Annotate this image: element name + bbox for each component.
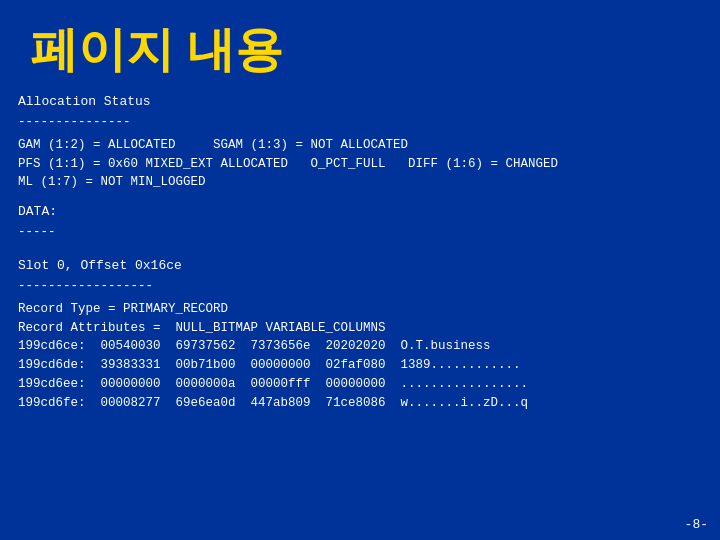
record-type-line: Record Type = PRIMARY_RECORD	[18, 300, 702, 319]
allocation-line1: GAM (1:2) = ALLOCATED SGAM (1:3) = NOT A…	[18, 136, 702, 155]
slot-divider: ------------------	[18, 277, 702, 296]
data-row-0: 199cd6ce: 00540030 69737562 7373656e 202…	[18, 337, 702, 356]
allocation-line3: ML (1:7) = NOT MIN_LOGGED	[18, 173, 702, 192]
allocation-line2: PFS (1:1) = 0x60 MIXED_EXT ALLOCATED O_P…	[18, 155, 702, 174]
slot-heading: Slot 0, Offset 0x16ce	[18, 256, 702, 276]
data-row-2: 199cd6ee: 00000000 0000000a 00000fff 000…	[18, 375, 702, 394]
data-row-3: 199cd6fe: 00008277 69e6ea0d 447ab809 71c…	[18, 394, 702, 413]
allocation-status-heading: Allocation Status	[18, 92, 702, 112]
page-title: 페이지 내용	[0, 0, 720, 92]
allocation-divider: ---------------	[18, 113, 702, 132]
page-number: -8-	[685, 517, 708, 532]
data-divider: -----	[18, 223, 702, 242]
record-attr-line: Record Attributes = NULL_BITMAP VARIABLE…	[18, 319, 702, 338]
data-heading: DATA:	[18, 202, 702, 222]
data-row-1: 199cd6de: 39383331 00b71b00 00000000 02f…	[18, 356, 702, 375]
